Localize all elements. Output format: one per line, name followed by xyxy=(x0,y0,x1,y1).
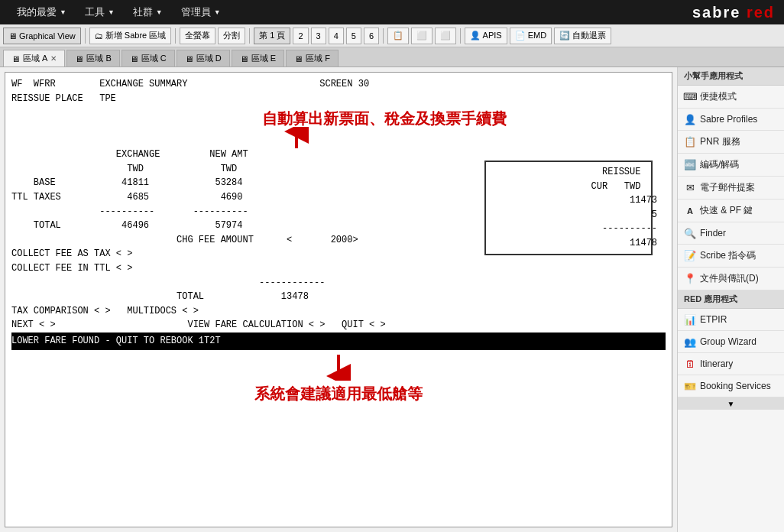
docs-icon: 📍 xyxy=(684,273,696,285)
pf-keys-icon: A xyxy=(684,205,696,217)
encode-icon: 🔤 xyxy=(684,159,696,171)
admin-arrow-icon: ▼ xyxy=(214,8,221,16)
reissue-total: 11478 xyxy=(492,236,645,251)
tab-area-d[interactable]: 🖥 區域 D xyxy=(177,50,230,66)
sidebar-item-email[interactable]: ✉ 電子郵件提案 xyxy=(678,177,784,200)
content-area: WF WFRR EXCHANGE SUMMARY SCREEN 30 REISS… xyxy=(0,67,677,532)
page5-button[interactable]: 5 xyxy=(346,28,361,44)
menu-community[interactable]: 社群 ▼ xyxy=(125,2,170,22)
col-headers: EXCHANGE NEW AMT xyxy=(11,148,666,162)
community-arrow-icon: ▼ xyxy=(156,8,163,16)
booking-icon: 🎫 xyxy=(684,380,696,392)
arrow-down-container xyxy=(11,353,666,384)
tab-f-icon: 🖥 xyxy=(294,54,303,63)
sidebar-scroll-down-button[interactable]: ▼ xyxy=(678,397,784,410)
sidebar-item-pnr[interactable]: 📋 PNR 服務 xyxy=(678,131,784,154)
toolbar-separator-1 xyxy=(85,28,86,44)
tab-area-a[interactable]: 🖥 區域 A ✕ xyxy=(3,50,65,66)
itinerary-icon: 🗓 xyxy=(684,358,696,370)
pnr-icon: 📋 xyxy=(684,136,696,148)
sidebar-item-finder[interactable]: 🔍 Finder xyxy=(678,222,784,245)
sidebar-item-itinerary[interactable]: 🗓 Itinerary xyxy=(678,353,784,375)
page6-button[interactable]: 6 xyxy=(364,28,379,44)
square1-button[interactable]: ⬜ xyxy=(411,28,432,44)
annotation-top-text: 自動算出新票面、稅金及換票手續費 xyxy=(103,105,666,129)
toolbar: 🖥 Graphical View 🗂 新增 Sabre 區域 全螢幕 分割 第 … xyxy=(0,24,784,47)
annotation-bottom-text: 系統會建議適用最低艙等 xyxy=(11,384,666,404)
quickmode-icon: ⌨ xyxy=(684,91,696,103)
annotation-top-container: 自動算出新票面、稅金及換票手續費 xyxy=(11,105,666,148)
reissue-base: 11473 xyxy=(492,193,645,208)
page1-button[interactable]: 第 1 頁 xyxy=(254,28,290,44)
auto-ticket-button[interactable]: 🔄 自動退票 xyxy=(554,28,611,44)
toolbar-separator-3 xyxy=(249,28,250,44)
total2-line: TOTAL 13478 xyxy=(11,290,666,304)
group-wizard-icon: 👥 xyxy=(684,336,696,348)
sidebar-item-scribe[interactable]: 📝 Scribe 指令碼 xyxy=(678,245,784,268)
tab-area-f[interactable]: 🖥 區域 F xyxy=(286,50,339,66)
sidebar-item-group-wizard[interactable]: 👥 Group Wizard xyxy=(678,331,784,353)
page3-button[interactable]: 3 xyxy=(311,28,326,44)
tab-c-icon: 🖥 xyxy=(130,54,138,63)
arrow-up xyxy=(283,127,310,151)
top-menus: 我的最愛 ▼ 工具 ▼ 社群 ▼ 管理員 ▼ xyxy=(9,2,228,22)
sidebar-item-quickmode[interactable]: ⌨ 便捷模式 xyxy=(678,86,784,109)
sidebar-item-encode-decode[interactable]: 🔤 編碼/解碼 xyxy=(678,154,784,177)
sabre-logo: sabre red xyxy=(692,4,775,21)
toolbar-separator-4 xyxy=(383,28,384,44)
graphical-view-button[interactable]: 🖥 Graphical View xyxy=(3,28,81,44)
tax-comp-line: TAX COMPARISON < > MULTIDOCS < > xyxy=(11,304,666,319)
red-apps-title: RED 應用程式 xyxy=(678,290,784,309)
tab-area-e[interactable]: 🖥 區域 E xyxy=(232,50,284,66)
toolbar-separator-2 xyxy=(175,28,176,44)
reissue-title: REISSUE xyxy=(492,165,645,180)
finder-icon: 🔍 xyxy=(684,227,696,239)
scribe-icon: 📝 xyxy=(684,250,696,262)
tabs-bar: 🖥 區域 A ✕ 🖥 區域 B 🖥 區域 C 🖥 區域 D 🖥 區域 E 🖥 區… xyxy=(0,47,784,67)
highlight-line: LOWER FARE FOUND - QUIT TO REBOOK 1T2T xyxy=(11,332,666,350)
email-icon: ✉ xyxy=(684,182,696,194)
tab-a-icon: 🖥 xyxy=(11,54,20,63)
favorites-arrow-icon: ▼ xyxy=(60,8,66,16)
emd-button[interactable]: 📄 EMD xyxy=(510,28,552,44)
tab-a-close-icon[interactable]: ✕ xyxy=(50,54,57,63)
new-area-icon: 🗂 xyxy=(95,31,103,41)
split-button[interactable]: 分割 xyxy=(218,28,245,44)
apis-button[interactable]: 👤 APIS xyxy=(465,28,507,44)
page2-button[interactable]: 2 xyxy=(293,28,308,44)
tab-b-icon: 🖥 xyxy=(75,54,83,63)
terminal-reissue-place: REISSUE PLACE TPE xyxy=(11,92,666,106)
tools-arrow-icon: ▼ xyxy=(108,8,115,16)
reissue-tax: 5 xyxy=(492,208,645,222)
reissue-box: REISSUE CUR TWD 11473 5 ---------- 11478 xyxy=(484,161,653,255)
sidebar-item-sabre-profiles[interactable]: 👤 Sabre Profiles xyxy=(678,109,784,131)
menu-admin[interactable]: 管理員 ▼ xyxy=(173,2,228,22)
graphical-view-icon: 🖥 xyxy=(8,31,17,41)
sidebar-item-etpir[interactable]: 📊 ETPIR xyxy=(678,309,784,331)
reissue-currency: CUR TWD xyxy=(492,180,645,194)
sidebar: 小幫手應用程式 ⌨ 便捷模式 👤 Sabre Profiles 📋 PNR 服務… xyxy=(677,67,784,532)
tab-d-icon: 🖥 xyxy=(185,54,193,63)
next-line: NEXT < > VIEW FARE CALCULATION < > QUIT … xyxy=(11,318,666,332)
small-apps-title: 小幫手應用程式 xyxy=(678,67,784,86)
menu-favorites[interactable]: 我的最愛 ▼ xyxy=(9,2,74,22)
sabre-profiles-icon: 👤 xyxy=(684,113,696,125)
top-bar: 我的最愛 ▼ 工具 ▼ 社群 ▼ 管理員 ▼ sabre red xyxy=(0,0,784,24)
page4-button[interactable]: 4 xyxy=(329,28,344,44)
sidebar-item-docs[interactable]: 📍 文件與傳訊(D) xyxy=(678,268,784,290)
new-sabre-area-button[interactable]: 🗂 新增 Sabre 區域 xyxy=(89,28,171,44)
sidebar-item-booking-services[interactable]: 🎫 Booking Services xyxy=(678,375,784,397)
tab-area-b[interactable]: 🖥 區域 B xyxy=(66,50,119,66)
clipboard-button[interactable]: 📋 xyxy=(387,28,409,44)
terminal-screen[interactable]: WF WFRR EXCHANGE SUMMARY SCREEN 30 REISS… xyxy=(5,72,672,527)
etpir-icon: 📊 xyxy=(684,313,696,326)
tab-area-c[interactable]: 🖥 區域 C xyxy=(121,50,175,66)
main-layout: WF WFRR EXCHANGE SUMMARY SCREEN 30 REISS… xyxy=(0,67,784,532)
collect2-line: COLLECT FEE IN TTL < > xyxy=(11,261,666,276)
fullscreen-button[interactable]: 全螢幕 xyxy=(180,28,215,44)
square2-button[interactable]: ⬜ xyxy=(435,28,456,44)
menu-tools[interactable]: 工具 ▼ xyxy=(77,2,122,22)
toolbar-separator-5 xyxy=(460,28,461,44)
separator-2: ------------ xyxy=(11,276,666,290)
sidebar-item-pf-keys[interactable]: A 快速 & PF 鍵 xyxy=(678,200,784,222)
